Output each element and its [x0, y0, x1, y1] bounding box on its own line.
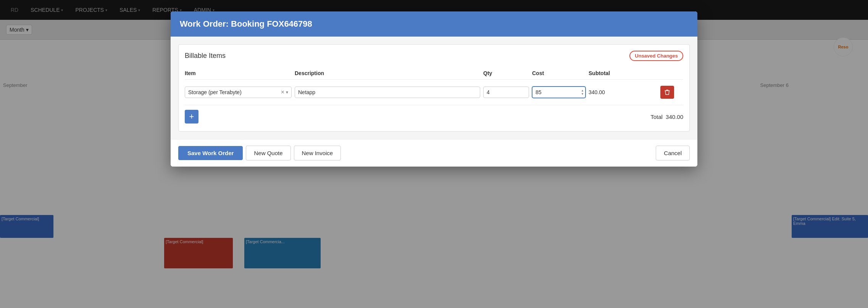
modal-header: Work Order: Booking FOX646798 [171, 11, 697, 37]
modal-body: Billable Items Unsaved Changes Item Desc… [171, 37, 697, 139]
cost-spin-down[interactable]: ▼ [581, 93, 584, 96]
col-header-description: Description [295, 70, 480, 76]
trash-icon [665, 89, 670, 95]
col-header-actions [660, 70, 683, 76]
cost-spinners: ▲ ▼ [581, 89, 584, 96]
col-header-item: Item [185, 70, 292, 76]
modal-footer: Save Work Order New Quote New Invoice Ca… [171, 139, 697, 167]
table-row: Storage (per Terabyte) × ▾ ▲ ▼ [185, 83, 683, 102]
cost-spin-up[interactable]: ▲ [581, 89, 584, 92]
save-work-order-button[interactable]: Save Work Order [178, 146, 243, 160]
new-quote-button[interactable]: New Quote [246, 146, 290, 160]
col-header-subtotal: Subtotal [589, 70, 657, 76]
add-item-button[interactable]: + [185, 110, 198, 124]
delete-row-button[interactable] [660, 86, 674, 99]
item-clear-button[interactable]: × [281, 89, 284, 95]
total-row: + Total 340.00 [185, 105, 683, 125]
col-header-qty: Qty [483, 70, 529, 76]
cost-input[interactable] [532, 87, 586, 98]
billable-section: Billable Items Unsaved Changes Item Desc… [178, 44, 690, 132]
cancel-button[interactable]: Cancel [656, 146, 690, 160]
item-select-value: Storage (per Terabyte) [188, 89, 242, 95]
modal-title: Work Order: Booking FOX646798 [180, 19, 688, 29]
subtotal-value: 340.00 [589, 89, 657, 95]
total-value: 340.00 [666, 114, 683, 120]
qty-input[interactable] [483, 87, 529, 98]
new-invoice-button[interactable]: New Invoice [294, 146, 341, 160]
description-input[interactable] [295, 87, 480, 98]
item-select[interactable]: Storage (per Terabyte) × ▾ [185, 87, 292, 98]
total-label: Total 340.00 [650, 114, 683, 120]
billable-header: Billable Items Unsaved Changes [185, 51, 683, 61]
plus-icon: + [189, 112, 194, 122]
col-header-cost: Cost [532, 70, 586, 76]
cost-input-wrapper: ▲ ▼ [532, 87, 586, 98]
work-order-modal: Work Order: Booking FOX646798 Billable I… [171, 11, 697, 167]
unsaved-changes-badge: Unsaved Changes [629, 51, 683, 61]
billable-title: Billable Items [185, 52, 226, 60]
table-headers: Item Description Qty Cost Subtotal [185, 67, 683, 80]
item-dropdown-arrow[interactable]: ▾ [286, 90, 288, 95]
